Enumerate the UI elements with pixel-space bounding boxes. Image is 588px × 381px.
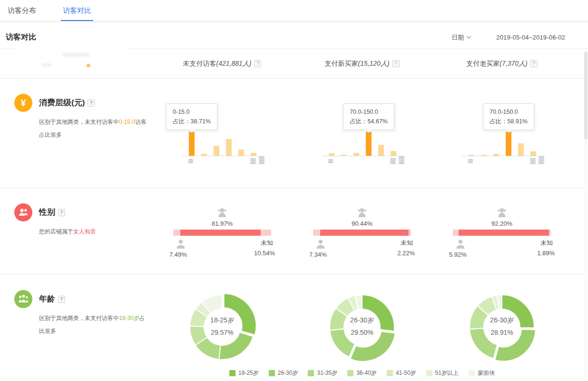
gender-stacked-bar[interactable]: [173, 230, 271, 236]
legend-swatch: [347, 370, 353, 376]
female-icon: [216, 207, 228, 219]
high-spend-coins-icon: [529, 155, 546, 165]
bar[interactable]: [493, 154, 499, 156]
age-donut-unpaid[interactable]: 18-25岁29.57%: [184, 289, 260, 365]
male-icon: [315, 239, 326, 250]
row-title-gender: 性别?: [39, 203, 149, 221]
legend-item: 蒙面侠: [469, 369, 495, 377]
legend-swatch: [269, 370, 275, 376]
redacted-shop-name: [14, 43, 129, 57]
consumption-bar-chart-unpaid[interactable]: 0-15.0占比：38.71%: [170, 85, 274, 176]
legend-item: 41-50岁: [387, 369, 416, 377]
tabbar-shadow: [0, 21, 588, 26]
tab-visitor-distribution[interactable]: 访客分布: [6, 0, 38, 21]
date-control: 日期 2019-05-04~2019-06-02: [451, 33, 565, 42]
row-title-age: 年龄?: [39, 290, 149, 308]
gender-stacked-bar[interactable]: [453, 230, 551, 236]
bar[interactable]: [238, 150, 244, 156]
row-consumption-level: ¥ 消费层级(元)? 区别于其他两类，未支付访客中0-15.0访客占比居多 0-…: [0, 79, 588, 188]
female-segment[interactable]: [320, 230, 409, 236]
legend-swatch: [426, 370, 432, 376]
male-icon: [455, 239, 466, 250]
female-segment[interactable]: [180, 230, 261, 236]
bar[interactable]: [469, 155, 474, 156]
bar[interactable]: [378, 145, 384, 156]
age-family-icon: [14, 290, 32, 308]
female-percent: 81.97%: [167, 220, 277, 227]
help-icon[interactable]: ?: [254, 60, 261, 67]
unknown-segment[interactable]: [409, 230, 411, 236]
date-range-value[interactable]: 2019-05-04~2019-06-02: [496, 34, 565, 41]
unknown-segment[interactable]: [261, 230, 271, 236]
chart-tooltip: 70.0-150.0占比：58.91%: [483, 103, 534, 130]
chevron-down-icon: [466, 36, 471, 39]
legend-item: 18-25岁: [229, 369, 259, 377]
unknown-segment[interactable]: [549, 230, 551, 236]
donut-center-label: 18-25岁29.57%: [194, 314, 251, 339]
row-desc-age: 区别于其他两类，未支付访客中18-30岁占比居多: [39, 312, 149, 338]
legend-swatch: [387, 370, 393, 376]
help-icon[interactable]: ?: [392, 60, 400, 67]
bar[interactable]: [353, 153, 359, 156]
bar[interactable]: [530, 151, 536, 156]
low-spend-coins-icon: [327, 158, 334, 164]
help-icon[interactable]: ?: [530, 60, 538, 67]
row-age: 年龄? 区别于其他两类，未支付访客中18-30岁占比居多 18-25岁29.57…: [0, 275, 588, 377]
low-spend-coins-icon: [187, 158, 195, 164]
date-dropdown-label: 日期: [451, 33, 464, 42]
female-segment[interactable]: [459, 230, 549, 236]
gender-bar-unpaid[interactable]: 81.97% 7.49% 未知 10.54%: [167, 207, 277, 270]
donut-center-label: 26-30岁29.50%: [333, 314, 391, 339]
age-donut-repeat-buyers[interactable]: 26-30岁28.91%: [464, 289, 540, 365]
chart-tooltip: 70.0-150.0占比：54.67%: [343, 103, 394, 130]
row-desc-consumption: 区别于其他两类，未支付访客中0-15.0访客占比居多: [39, 116, 149, 141]
gender-bar-repeat-buyers[interactable]: 92.20% 5.92% 未知 1.89%: [447, 207, 557, 270]
legend-item: 51岁以上: [426, 369, 459, 377]
bar[interactable]: [201, 154, 207, 156]
consumption-bar-chart-new-buyers[interactable]: 70.0-150.0占比：54.67%: [310, 85, 414, 176]
help-icon[interactable]: ?: [58, 209, 65, 216]
unknown-percent: 1.89%: [537, 250, 555, 257]
age-donut-new-buyers[interactable]: 26-30岁29.50%: [324, 289, 400, 365]
bar[interactable]: [226, 139, 232, 156]
high-spend-coins-icon: [249, 155, 266, 165]
unknown-percent: 2.22%: [397, 250, 415, 257]
row-desc-gender: 您的店铺属于女人知音: [39, 225, 149, 238]
tab-visitor-compare[interactable]: 访客对比: [61, 0, 93, 21]
date-dropdown[interactable]: 日期: [451, 33, 471, 42]
gender-bar-new-buyers[interactable]: 90.44% 7.34% 未知 2.22%: [307, 207, 417, 270]
male-percent: 5.92%: [449, 251, 467, 258]
unknown-label: 未知: [261, 239, 273, 247]
column-header-repeat-buyers: 支付老买家(7,370人)?: [432, 60, 572, 68]
legend-item: 26-30岁: [269, 369, 298, 377]
male-percent: 7.49%: [169, 251, 187, 258]
column-header-new-buyers: 支付新买家(15,120人)?: [292, 60, 432, 68]
female-icon: [356, 207, 368, 219]
male-segment[interactable]: [173, 230, 180, 236]
scrollbar[interactable]: [584, 51, 588, 380]
low-spend-coins-icon: [467, 158, 474, 164]
bar[interactable]: [251, 153, 256, 156]
consumption-bar-chart-repeat-buyers[interactable]: 70.0-150.0占比：58.91%: [450, 85, 554, 176]
bar[interactable]: [518, 143, 524, 156]
page-title: 访客对比: [6, 32, 36, 42]
gender-stacked-bar[interactable]: [313, 230, 411, 236]
row-gender: 性别? 您的店铺属于女人知音 81.97% 7.49% 未知 10.54% 90…: [0, 188, 588, 275]
male-segment[interactable]: [313, 230, 320, 236]
bar[interactable]: [341, 155, 347, 156]
bar[interactable]: [391, 151, 396, 156]
male-segment[interactable]: [453, 230, 459, 236]
help-icon[interactable]: ?: [88, 100, 95, 107]
legend-swatch: [469, 370, 475, 376]
scrollbar-thumb[interactable]: [584, 51, 588, 140]
visitor-compare-panel: 访客对比 日期 2019-05-04~2019-06-02 未支付访客(421,…: [0, 26, 588, 377]
bar[interactable]: [481, 155, 487, 156]
yen-icon: ¥: [14, 94, 32, 112]
age-legend: 18-25岁 26-30岁 31-35岁 36-40岁 41-50岁 51岁以上…: [152, 369, 572, 377]
column-header-unpaid-visitors: 未支付访客(421,881人)?: [152, 60, 292, 68]
unknown-label: 未知: [401, 239, 413, 247]
bar[interactable]: [329, 153, 334, 156]
help-icon[interactable]: ?: [58, 296, 65, 303]
male-icon: [175, 239, 186, 250]
bar[interactable]: [214, 146, 219, 156]
